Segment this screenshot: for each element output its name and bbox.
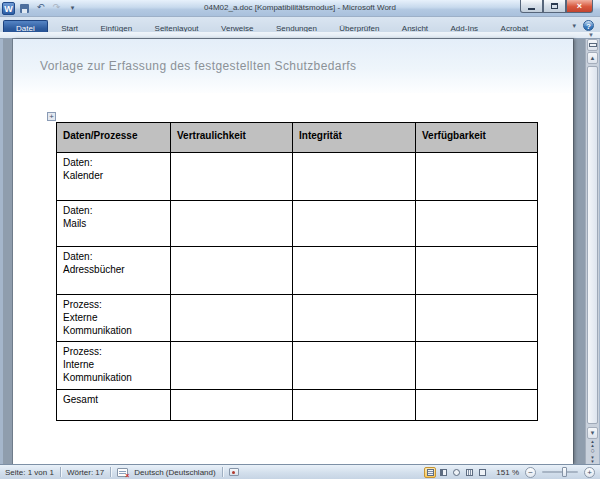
undo-button[interactable]: ↶ [34, 2, 47, 14]
maximize-icon [551, 3, 558, 9]
save-button[interactable] [18, 2, 31, 14]
minimize-icon [528, 8, 535, 10]
window-title: 04M02_a.doc [Kompatibilitätsmodus] - Mic… [120, 3, 480, 12]
fullscreen-reading-icon [440, 469, 447, 476]
ruler-icon [589, 43, 597, 47]
column-header-verfuegbarkeit[interactable]: Verfügbarkeit [416, 123, 538, 153]
status-separator [60, 467, 61, 477]
previous-page-button[interactable]: ▲▲ [587, 440, 598, 447]
view-shortcuts [424, 467, 488, 478]
row-label-cell[interactable]: Gesamt [57, 390, 171, 421]
next-page-button[interactable]: ▼▼ [587, 456, 598, 463]
outline-view-button[interactable] [463, 467, 475, 478]
status-bar-right: 151 % − + [424, 465, 595, 479]
language-indicator[interactable]: Deutsch (Deutschland) [134, 467, 215, 477]
table-cell[interactable] [416, 390, 538, 421]
table-cell[interactable] [171, 390, 293, 421]
window-frame-left [0, 39, 3, 464]
status-separator [222, 467, 223, 477]
zoom-level[interactable]: 151 % [496, 467, 519, 477]
table-cell[interactable] [171, 295, 293, 342]
scroll-down-button[interactable]: ▼ [587, 427, 598, 439]
macro-record-icon[interactable] [229, 468, 239, 476]
table-cell[interactable] [171, 153, 293, 201]
document-table-container: + Daten/Prozesse Vertraulichkeit Integri… [56, 122, 538, 421]
column-header-daten-prozesse[interactable]: Daten/Prozesse [57, 123, 171, 153]
select-browse-object-button[interactable]: ○ [587, 447, 598, 455]
table-cell[interactable] [171, 247, 293, 295]
column-header-vertraulichkeit[interactable]: Vertraulichkeit [171, 123, 293, 153]
minimize-button[interactable] [520, 0, 543, 13]
word-logo-icon[interactable]: W [2, 2, 15, 15]
table-cell[interactable] [416, 342, 538, 390]
vertical-scrollbar[interactable]: ▲ ▼ ▲▲ ○ ▼▼ [585, 39, 599, 464]
status-separator [110, 467, 111, 477]
schutzbedarf-table: Daten/Prozesse Vertraulichkeit Integritä… [56, 122, 538, 421]
proofing-error-mark: × [125, 472, 129, 479]
zoom-in-button[interactable]: + [584, 467, 595, 478]
print-layout-view-button[interactable] [424, 467, 436, 478]
page-indicator[interactable]: Seite: 1 von 1 [5, 467, 54, 477]
maximize-button[interactable] [543, 0, 566, 13]
save-icon [20, 4, 29, 13]
document-heading[interactable]: Vorlage zur Erfassung des festgestellten… [40, 59, 356, 73]
outline-icon [466, 469, 473, 476]
table-cell[interactable] [293, 342, 416, 390]
window-controls: × [520, 0, 593, 13]
status-bar-left: Seite: 1 von 1 Wörter: 17 × Deutsch (Deu… [5, 465, 239, 479]
word-count[interactable]: Wörter: 17 [67, 467, 104, 477]
draft-icon [479, 469, 486, 476]
column-header-integritaet[interactable]: Integrität [293, 123, 416, 153]
ribbon-tab-row: Datei Start Einfügen Seitenlayout Verwei… [0, 17, 600, 32]
zoom-slider[interactable] [542, 471, 578, 473]
scroll-up-button[interactable]: ▲ [587, 52, 598, 64]
table-cell[interactable] [293, 201, 416, 247]
table-row: Prozess: Interne Kommunikation [57, 342, 538, 390]
table-cell[interactable] [416, 153, 538, 201]
row-label-cell[interactable]: Daten: Adressbücher [57, 247, 171, 295]
document-page[interactable]: Vorlage zur Erfassung des festgestellten… [13, 39, 573, 464]
table-cell[interactable] [293, 295, 416, 342]
collapsed-ribbon-strip: ▼ [0, 32, 600, 39]
table-row: Gesamt [57, 390, 538, 421]
ribbon-expand-icon[interactable]: ▼ [588, 32, 594, 38]
quick-access-toolbar: W ↶ ↷ ▾ [2, 1, 79, 15]
web-layout-view-button[interactable] [450, 467, 462, 478]
table-row: Daten: Mails [57, 201, 538, 247]
row-label-cell[interactable]: Prozess: Externe Kommunikation [57, 295, 171, 342]
table-cell[interactable] [171, 201, 293, 247]
fullscreen-reading-view-button[interactable] [437, 467, 449, 478]
row-label-cell[interactable]: Daten: Kalender [57, 153, 171, 201]
proofing-status-icon[interactable]: × [117, 468, 128, 477]
draft-view-button[interactable] [476, 467, 488, 478]
table-cell[interactable] [171, 342, 293, 390]
chevron-down-icon: ▼ [590, 460, 594, 464]
table-header-row: Daten/Prozesse Vertraulichkeit Integritä… [57, 123, 538, 153]
table-cell[interactable] [293, 153, 416, 201]
print-layout-icon [427, 469, 434, 476]
help-icon[interactable]: ? [583, 20, 594, 31]
close-button[interactable]: × [566, 0, 593, 13]
web-layout-icon [453, 469, 460, 476]
ruler-toggle-button[interactable] [587, 39, 598, 51]
table-cell[interactable] [293, 247, 416, 295]
row-label-cell[interactable]: Daten: Mails [57, 201, 171, 247]
row-label-cell[interactable]: Prozess: Interne Kommunikation [57, 342, 171, 390]
table-row: Prozess: Externe Kommunikation [57, 295, 538, 342]
table-row: Daten: Adressbücher [57, 247, 538, 295]
word-application-window: { "window": { "title": "04M02_a.doc [Kom… [0, 0, 600, 479]
title-bar: W ↶ ↷ ▾ 04M02_a.doc [Kompatibilitätsmodu… [0, 0, 600, 17]
document-area: Vorlage zur Erfassung des festgestellten… [0, 39, 600, 464]
qat-customize-dropdown[interactable]: ▾ [66, 2, 79, 14]
zoom-out-button[interactable]: − [525, 467, 536, 478]
table-cell[interactable] [416, 247, 538, 295]
ribbon-options-dropdown-icon[interactable]: ▾ [572, 22, 576, 30]
table-move-handle-icon[interactable]: + [47, 112, 56, 121]
zoom-slider-thumb[interactable] [562, 467, 567, 477]
table-cell[interactable] [416, 201, 538, 247]
table-cell[interactable] [416, 295, 538, 342]
table-cell[interactable] [293, 390, 416, 421]
ribbon-right-controls: ▾ ? [572, 20, 594, 31]
scrollbar-thumb[interactable] [587, 66, 598, 424]
redo-button[interactable]: ↷ [50, 2, 63, 14]
